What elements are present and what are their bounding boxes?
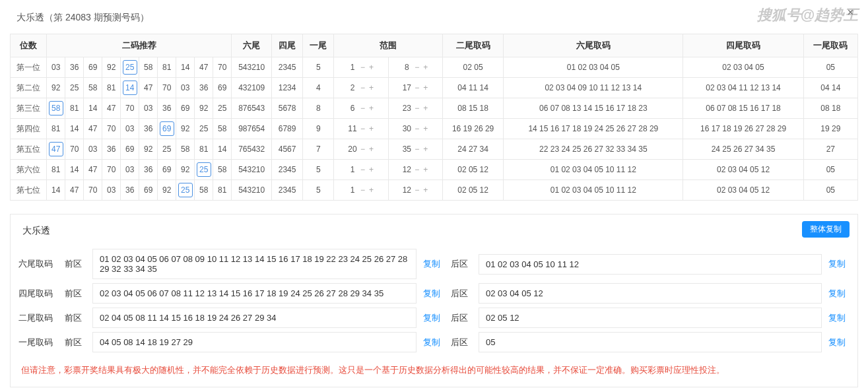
code-cell[interactable]: 36 bbox=[65, 57, 84, 78]
code-cell[interactable]: 14 bbox=[176, 57, 195, 78]
code-cell[interactable]: 81 bbox=[213, 180, 232, 201]
plus-icon[interactable]: + bbox=[367, 165, 376, 174]
back-value[interactable]: 02 05 12 bbox=[479, 308, 822, 328]
plus-icon[interactable]: + bbox=[421, 83, 430, 92]
code-cell[interactable]: 92 bbox=[195, 98, 213, 119]
copy-button[interactable]: 复制 bbox=[828, 258, 850, 270]
front-value[interactable]: 02 04 05 08 11 14 15 16 18 19 24 26 27 2… bbox=[92, 308, 417, 328]
code-cell[interactable]: 14 bbox=[121, 78, 139, 98]
code-cell[interactable]: 92 bbox=[102, 57, 121, 78]
copy-button[interactable]: 复制 bbox=[828, 312, 850, 324]
code-cell[interactable]: 69 bbox=[84, 57, 102, 78]
plus-icon[interactable]: + bbox=[367, 104, 376, 113]
code-cell[interactable]: 70 bbox=[102, 160, 121, 180]
code-cell[interactable]: 47 bbox=[102, 98, 121, 119]
code-cell[interactable]: 69 bbox=[158, 160, 176, 180]
code-cell[interactable]: 25 bbox=[158, 139, 176, 160]
code-cell[interactable]: 58 bbox=[84, 78, 102, 98]
code-cell[interactable]: 92 bbox=[47, 78, 65, 98]
code-cell[interactable]: 25 bbox=[176, 180, 195, 201]
front-value[interactable]: 04 05 08 14 18 19 27 29 bbox=[92, 332, 417, 352]
minus-icon[interactable]: − bbox=[358, 145, 367, 154]
copy-button[interactable]: 复制 bbox=[423, 337, 444, 348]
minus-icon[interactable]: − bbox=[413, 145, 421, 154]
minus-icon[interactable]: − bbox=[413, 165, 421, 174]
code-cell[interactable]: 36 bbox=[158, 98, 176, 119]
code-cell[interactable]: 25 bbox=[213, 98, 232, 119]
plus-icon[interactable]: + bbox=[421, 124, 430, 133]
code-cell[interactable]: 36 bbox=[121, 180, 139, 201]
back-value[interactable]: 05 bbox=[479, 332, 822, 352]
minus-icon[interactable]: − bbox=[413, 185, 421, 195]
code-cell[interactable]: 92 bbox=[158, 180, 176, 201]
code-cell[interactable]: 70 bbox=[102, 119, 121, 139]
minus-icon[interactable]: − bbox=[358, 124, 367, 133]
code-cell[interactable]: 69 bbox=[139, 180, 158, 201]
code-cell[interactable]: 81 bbox=[47, 119, 65, 139]
minus-icon[interactable]: − bbox=[413, 83, 421, 92]
copy-button[interactable]: 复制 bbox=[423, 258, 444, 270]
code-cell[interactable]: 81 bbox=[158, 57, 176, 78]
code-cell[interactable]: 47 bbox=[195, 57, 213, 78]
front-value[interactable]: 01 02 03 04 05 06 07 08 09 10 11 12 13 1… bbox=[92, 249, 417, 279]
code-cell[interactable]: 92 bbox=[176, 160, 195, 180]
code-cell[interactable]: 14 bbox=[47, 180, 65, 201]
minus-icon[interactable]: − bbox=[358, 63, 367, 72]
code-cell[interactable]: 81 bbox=[65, 98, 84, 119]
code-cell[interactable]: 70 bbox=[65, 139, 84, 160]
plus-icon[interactable]: + bbox=[367, 185, 376, 195]
code-cell[interactable]: 25 bbox=[65, 78, 84, 98]
plus-icon[interactable]: + bbox=[367, 145, 376, 154]
code-cell[interactable]: 69 bbox=[121, 139, 139, 160]
code-cell[interactable]: 58 bbox=[139, 57, 158, 78]
code-cell[interactable]: 58 bbox=[176, 139, 195, 160]
plus-icon[interactable]: + bbox=[367, 124, 376, 133]
code-cell[interactable]: 36 bbox=[195, 78, 213, 98]
code-cell[interactable]: 58 bbox=[195, 180, 213, 201]
code-cell[interactable]: 69 bbox=[158, 119, 176, 139]
code-cell[interactable]: 14 bbox=[65, 119, 84, 139]
code-cell[interactable]: 70 bbox=[121, 98, 139, 119]
code-cell[interactable]: 03 bbox=[84, 139, 102, 160]
code-cell[interactable]: 92 bbox=[176, 119, 195, 139]
code-cell[interactable]: 36 bbox=[139, 119, 158, 139]
copy-button[interactable]: 复制 bbox=[828, 337, 850, 348]
code-cell[interactable]: 03 bbox=[176, 78, 195, 98]
code-cell[interactable]: 25 bbox=[195, 160, 213, 180]
minus-icon[interactable]: − bbox=[358, 83, 367, 92]
code-cell[interactable]: 69 bbox=[176, 98, 195, 119]
code-cell[interactable]: 03 bbox=[47, 57, 65, 78]
code-cell[interactable]: 03 bbox=[139, 98, 158, 119]
code-cell[interactable]: 25 bbox=[121, 57, 139, 78]
code-cell[interactable]: 47 bbox=[139, 78, 158, 98]
plus-icon[interactable]: + bbox=[367, 63, 376, 72]
code-cell[interactable]: 14 bbox=[84, 98, 102, 119]
code-cell[interactable]: 03 bbox=[121, 119, 139, 139]
minus-icon[interactable]: − bbox=[413, 104, 421, 113]
minus-icon[interactable]: − bbox=[358, 165, 367, 174]
code-cell[interactable]: 70 bbox=[84, 180, 102, 201]
minus-icon[interactable]: − bbox=[358, 185, 367, 195]
front-value[interactable]: 02 03 04 05 06 07 08 11 12 13 14 15 16 1… bbox=[92, 283, 417, 304]
code-cell[interactable]: 14 bbox=[213, 139, 232, 160]
code-cell[interactable]: 25 bbox=[195, 119, 213, 139]
minus-icon[interactable]: − bbox=[413, 124, 421, 133]
code-cell[interactable]: 70 bbox=[158, 78, 176, 98]
back-value[interactable]: 01 02 03 04 05 10 11 12 bbox=[479, 254, 822, 275]
code-cell[interactable]: 58 bbox=[47, 98, 65, 119]
minus-icon[interactable]: − bbox=[413, 63, 421, 72]
back-value[interactable]: 02 03 04 05 12 bbox=[479, 283, 822, 304]
code-cell[interactable]: 58 bbox=[213, 119, 232, 139]
plus-icon[interactable]: + bbox=[367, 83, 376, 92]
code-cell[interactable]: 92 bbox=[139, 139, 158, 160]
code-cell[interactable]: 70 bbox=[213, 57, 232, 78]
code-cell[interactable]: 47 bbox=[84, 160, 102, 180]
plus-icon[interactable]: + bbox=[421, 165, 430, 174]
copy-button[interactable]: 复制 bbox=[828, 288, 850, 300]
code-cell[interactable]: 81 bbox=[102, 78, 121, 98]
copy-button[interactable]: 复制 bbox=[423, 288, 444, 300]
code-cell[interactable]: 14 bbox=[65, 160, 84, 180]
plus-icon[interactable]: + bbox=[421, 104, 430, 113]
code-cell[interactable]: 03 bbox=[102, 180, 121, 201]
code-cell[interactable]: 36 bbox=[102, 139, 121, 160]
